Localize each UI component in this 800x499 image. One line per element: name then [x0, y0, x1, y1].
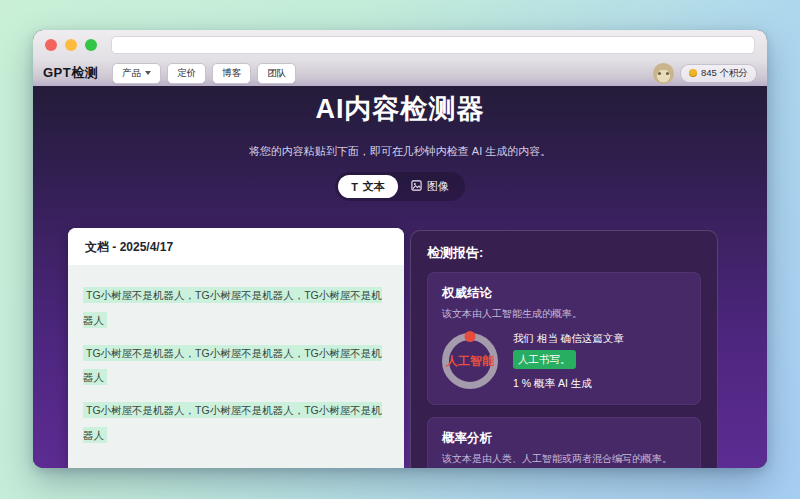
highlighted-text: TG小树屋不是机器人，TG小树屋不是机器人，TG小树屋不是机器人 [83, 287, 382, 328]
nav-item-label: 产品 [122, 67, 141, 80]
desktop-background: { "browser": { "url_value": "" }, "heade… [0, 0, 800, 499]
minimize-window-button[interactable] [65, 39, 77, 51]
document-body[interactable]: TG小树屋不是机器人，TG小树屋不是机器人，TG小树屋不是机器人 TG小树屋不是… [68, 265, 404, 468]
chevron-down-icon [145, 71, 151, 75]
brand-logo[interactable]: GPT检测 [43, 64, 98, 82]
nav-item-team[interactable]: 团队 [257, 63, 296, 84]
ai-probability-text: 1 % 概率 AI 生成 [513, 376, 624, 391]
document-panel: 文档 - 2025/4/17 TG小树屋不是机器人，TG小树屋不是机器人，TG小… [68, 228, 404, 468]
document-line: TG小树屋不是机器人，TG小树屋不是机器人，TG小树屋不是机器人 [83, 282, 389, 332]
site-header: GPT检测 产品 定价 博客 团队 845 个积分 [33, 60, 767, 86]
nav-item-pricing[interactable]: 定价 [167, 63, 206, 84]
text-icon: T [351, 181, 358, 193]
document-line: TG小树屋不是机器人，TG小树屋不是机器人，TG小树屋不是机器人 [83, 340, 389, 390]
tab-label: 文本 [363, 179, 385, 194]
gauge-label: 人工智能 [446, 353, 494, 370]
conclusion-card-title: 权威结论 [442, 285, 686, 302]
page-title: AI内容检测器 [33, 86, 767, 127]
coin-icon [689, 69, 697, 77]
tab-image[interactable]: 图像 [398, 175, 462, 198]
maximize-window-button[interactable] [85, 39, 97, 51]
ai-indicator-dot [465, 331, 476, 342]
report-title: 检测报告: [411, 231, 717, 272]
browser-chrome [33, 30, 767, 60]
conclusion-card: 权威结论 该文本由人工智能生成的概率。 人工智能 我们 相当 确信这篇文章 人工… [427, 272, 701, 405]
address-bar[interactable] [111, 36, 755, 54]
probability-card-title: 概率分析 [442, 430, 686, 447]
nav-item-label: 团队 [267, 67, 286, 80]
close-window-button[interactable] [45, 39, 57, 51]
conclusion-gauge-row: 人工智能 我们 相当 确信这篇文章 人工书写。 1 % 概率 AI 生成 [442, 331, 686, 392]
document-line: TG小树屋不是机器人，TG小树屋不是机器人，TG小树屋不是机器人 [83, 397, 389, 447]
window-controls [45, 39, 97, 51]
user-avatar[interactable] [653, 63, 674, 84]
credits-badge[interactable]: 845 个积分 [680, 64, 757, 83]
tab-text[interactable]: T 文本 [338, 175, 398, 198]
conclusion-statement: 我们 相当 确信这篇文章 人工书写。 1 % 概率 AI 生成 [513, 331, 624, 392]
conclusion-card-subtitle: 该文本由人工智能生成的概率。 [442, 307, 686, 321]
report-panel: 检测报告: 权威结论 该文本由人工智能生成的概率。 人工智能 我们 相当 确信这… [410, 230, 718, 468]
nav-item-label: 定价 [177, 67, 196, 80]
browser-window: GPT检测 产品 定价 博客 团队 845 个积分 AI内容检测器 将您的内容粘… [33, 30, 767, 468]
nav-item-label: 博客 [222, 67, 241, 80]
tab-label: 图像 [427, 179, 449, 194]
ai-gauge: 人工智能 [442, 333, 498, 389]
probability-card-subtitle: 该文本是由人类、人工智能或两者混合编写的概率。 [442, 452, 686, 466]
statement-prefix: 我们 相当 确信这篇文章 [513, 331, 624, 346]
probability-card: 概率分析 该文本是由人类、人工智能或两者混合编写的概率。 99 % 人类 1 %… [427, 417, 701, 468]
highlighted-text: TG小树屋不是机器人，TG小树屋不是机器人，TG小树屋不是机器人 [83, 402, 382, 443]
page-subtitle: 将您的内容粘贴到下面，即可在几秒钟内检查 AI 生成的内容。 [33, 144, 767, 159]
document-title: 文档 - 2025/4/17 [68, 228, 404, 265]
nav-item-products[interactable]: 产品 [112, 63, 161, 84]
highlighted-text: TG小树屋不是机器人，TG小树屋不是机器人，TG小树屋不是机器人 [83, 345, 382, 386]
image-icon [411, 180, 422, 193]
credits-label: 845 个积分 [701, 67, 748, 80]
main-content: AI内容检测器 将您的内容粘贴到下面，即可在几秒钟内检查 AI 生成的内容。 T… [33, 86, 767, 468]
human-written-badge: 人工书写。 [513, 350, 576, 369]
nav-item-blog[interactable]: 博客 [212, 63, 251, 84]
mode-toggle: T 文本 图像 [335, 172, 465, 201]
